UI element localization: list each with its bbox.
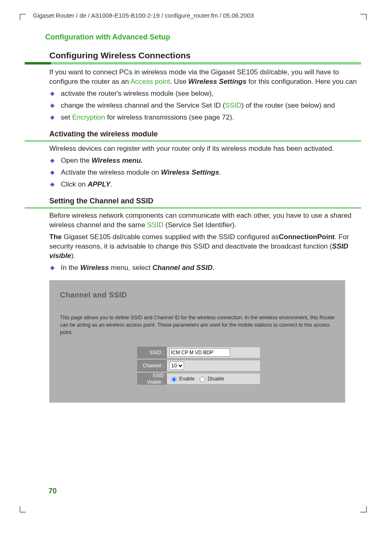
ssid-paragraph-2: The Gigaset SE105 dsl/cable comes suppli… [49, 233, 361, 261]
link-encryption[interactable]: Encryption [72, 113, 105, 121]
label-ssid-visible: SSID Visible : [137, 373, 167, 385]
sub-rule [25, 140, 361, 142]
bullet-activate-module: Activate the wireless module on Wireless… [49, 168, 361, 177]
bullet-activate: activate the router's wireless module (s… [49, 89, 361, 99]
panel-description: This page allows you to define SSID and … [60, 314, 335, 336]
bullet-click-apply: Click on APPLY. [49, 180, 361, 189]
link-access-point[interactable]: Access point [131, 78, 170, 85]
panel-title: Channel and SSID [60, 290, 338, 300]
ssid-input[interactable] [169, 348, 230, 357]
ssid-visible-enable-radio[interactable] [171, 377, 177, 382]
router-ui-panel: Channel and SSID This page allows you to… [49, 280, 345, 403]
ssid-bullets: In the Wireless menu, select Channel and… [49, 263, 361, 273]
page-number: 70 [48, 486, 57, 496]
intro-bullets: activate the router's wireless module (s… [49, 89, 361, 122]
doc-header: Gigaset Router / de / A31008-E105-B100-2… [33, 12, 361, 20]
radio-label-disable: Disable [208, 376, 224, 382]
ssid-visible-disable-radio[interactable] [200, 377, 205, 382]
section-title: Configuration with Advanced Setup [45, 32, 361, 42]
activating-bullets: Open the Wireless menu. Activate the wir… [49, 156, 361, 189]
sub-heading-channel-ssid: Setting the Channel and SSID [49, 196, 361, 206]
intro-paragraph: If you want to connect PCs in wireless m… [49, 68, 361, 87]
sub-heading-activating: Activating the wireless module [49, 129, 361, 139]
heading-rule [25, 62, 361, 65]
bullet-select-channel: In the Wireless menu, select Channel and… [49, 263, 361, 273]
panel-form: SSID : Channel : 10 SSID Visible : Enabl… [137, 347, 261, 385]
sub-rule-2 [25, 207, 361, 209]
radio-label-enable: Enable [179, 376, 194, 382]
activating-paragraph: Wireless devices can register with your … [49, 144, 361, 154]
label-ssid: SSID : [137, 347, 167, 358]
link-ssid-2[interactable]: SSID [147, 221, 164, 229]
link-ssid[interactable]: SSID [225, 101, 242, 109]
bullet-change-ssid: change the wireless channel and the Serv… [49, 101, 361, 111]
bullet-encryption: set Encryption for wireless transmission… [49, 113, 361, 122]
ssid-paragraph-1: Before wireless network components can c… [49, 211, 361, 230]
bullet-open-menu: Open the Wireless menu. [49, 156, 361, 166]
main-heading: Configuring Wireless Connections [49, 50, 361, 61]
channel-select[interactable]: 10 [169, 362, 184, 370]
label-channel: Channel : [137, 360, 167, 371]
